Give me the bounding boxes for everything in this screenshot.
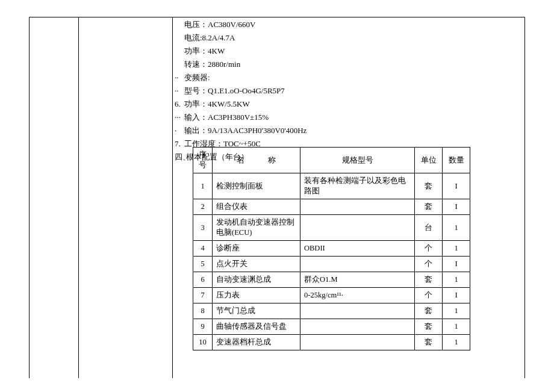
config-table: 序号 名 称 规格型号 单位 数量 1检测控制面板装有各种检测端子以及彩色电路图… <box>193 147 470 350</box>
col-header-name: 名 称 <box>213 148 300 173</box>
spec-text: 电压：AC380V/660V <box>184 18 255 31</box>
table-row: 3发动机自动变速器控制电脑(ECU)台1 <box>193 215 470 241</box>
cell-spec: 群众O1.M <box>300 272 415 288</box>
spec-text: 输出：9A/13AAC3PH0'380V0'400Hz <box>184 124 307 137</box>
cell-spec <box>300 319 415 335</box>
spec-line: 转速：2880r/min <box>175 58 524 71</box>
table-header-row: 序号 名 称 规格型号 单位 数量 <box>193 148 470 173</box>
cell-name: 压力表 <box>213 288 300 303</box>
outer-col-divider-1 <box>78 17 79 378</box>
cell-seq: 8 <box>193 303 213 319</box>
cell-name: 曲轴传感器及信号盘 <box>213 319 300 335</box>
cell-unit: 套 <box>415 303 443 319</box>
section-label: 四、 <box>175 151 184 164</box>
cell-seq: 2 <box>193 199 213 215</box>
cell-name: 自动变速渊总成 <box>213 272 300 288</box>
spec-text: 功率：4KW/5.5KW <box>184 98 250 111</box>
spec-text: 功率：4KW <box>184 45 225 58</box>
table-row: 2组合仪表套I <box>193 199 470 215</box>
cell-spec <box>300 257 415 272</box>
cell-qty: 1 <box>443 319 470 335</box>
spec-label: 6. <box>175 98 184 111</box>
cell-seq: 3 <box>193 215 213 241</box>
spec-label: 7. <box>175 137 184 151</box>
spec-line: ··变频器: <box>175 71 524 84</box>
table-row: 6自动变速渊总成群众O1.M套1 <box>193 272 470 288</box>
cell-unit: 套 <box>415 199 443 215</box>
cell-qty: 1 <box>443 272 470 288</box>
cell-qty: 1 <box>443 335 470 350</box>
cell-name: 发动机自动变速器控制电脑(ECU) <box>213 215 300 241</box>
spec-line: ···输入：AC3PH380V±15% <box>175 111 524 124</box>
cell-name: 点火开关 <box>213 257 300 272</box>
cell-qty: I <box>443 288 470 303</box>
cell-unit: 台 <box>415 215 443 241</box>
cell-name: 检测控制面板 <box>213 173 300 199</box>
cell-spec <box>300 335 415 350</box>
cell-unit: 个 <box>415 241 443 257</box>
spec-text: 转速：2880r/min <box>184 58 240 71</box>
cell-seq: 6 <box>193 272 213 288</box>
cell-qty: 1 <box>443 215 470 241</box>
spec-line: 电压：AC380V/660V <box>175 18 524 31</box>
cell-qty: I <box>443 199 470 215</box>
spec-line: 电流:8.2A/4.7A <box>175 31 524 45</box>
table-row: 9曲轴传感器及信号盘套1 <box>193 319 470 335</box>
table-row: 8节气门总成套1 <box>193 303 470 319</box>
cell-name: 节气门总成 <box>213 303 300 319</box>
col-header-spec: 规格型号 <box>300 148 415 173</box>
col-header-qty: 数量 <box>443 148 470 173</box>
spec-line: 6.功率：4KW/5.5KW <box>175 98 524 111</box>
cell-seq: 1 <box>193 173 213 199</box>
cell-seq: 9 <box>193 319 213 335</box>
cell-spec: 0-25kg/cm¹¹· <box>300 288 415 303</box>
cell-spec: OBDII <box>300 241 415 257</box>
col-header-seq: 序号 <box>193 148 213 173</box>
cell-name: 组合仪表 <box>213 199 300 215</box>
outer-col-divider-2 <box>172 17 173 378</box>
table-row: 5点火开关个I <box>193 257 470 272</box>
cell-name: 诊断座 <box>213 241 300 257</box>
cell-seq: 7 <box>193 288 213 303</box>
cell-unit: 个 <box>415 257 443 272</box>
spec-line: ··型号：Q1.E1.oO-Oo4G/5R5P7 <box>175 84 524 98</box>
cell-unit: 套 <box>415 173 443 199</box>
spec-text: 输入：AC3PH380V±15% <box>184 111 269 124</box>
cell-unit: 个 <box>415 288 443 303</box>
spec-label: ·· <box>175 71 184 84</box>
spec-line: 功率：4KW <box>175 45 524 58</box>
cell-spec <box>300 215 415 241</box>
cell-seq: 5 <box>193 257 213 272</box>
cell-name: 变速器档杆总成 <box>213 335 300 350</box>
cell-qty: 1 <box>443 241 470 257</box>
cell-seq: 10 <box>193 335 213 350</box>
cell-spec: 装有各种检测端子以及彩色电路图 <box>300 173 415 199</box>
table-row: 7压力表0-25kg/cm¹¹·个I <box>193 288 470 303</box>
cell-seq: 4 <box>193 241 213 257</box>
cell-qty: 1 <box>443 303 470 319</box>
spec-text: 电流:8.2A/4.7A <box>184 31 235 45</box>
cell-unit: 套 <box>415 319 443 335</box>
cell-spec <box>300 303 415 319</box>
cell-qty: I <box>443 257 470 272</box>
cell-qty: I <box>443 173 470 199</box>
table-row: 4诊断座OBDII个1 <box>193 241 470 257</box>
cell-unit: 套 <box>415 272 443 288</box>
cell-unit: 套 <box>415 335 443 350</box>
spec-label: ·· <box>175 84 184 98</box>
spec-text: 型号：Q1.E1.oO-Oo4G/5R5P7 <box>184 84 285 98</box>
col-header-unit: 单位 <box>415 148 443 173</box>
spec-label: ··· <box>175 111 184 124</box>
cell-spec <box>300 199 415 215</box>
spec-text: 变频器: <box>184 71 210 84</box>
table-row: 1检测控制面板装有各种检测端子以及彩色电路图套I <box>193 173 470 199</box>
table-row: 10变速器档杆总成套1 <box>193 335 470 350</box>
spec-label: · <box>175 124 184 137</box>
spec-line: ·输出：9A/13AAC3PH0'380V0'400Hz <box>175 124 524 137</box>
spec-list: 电压：AC380V/660V电流:8.2A/4.7A功率：4KW转速：2880r… <box>175 18 524 164</box>
